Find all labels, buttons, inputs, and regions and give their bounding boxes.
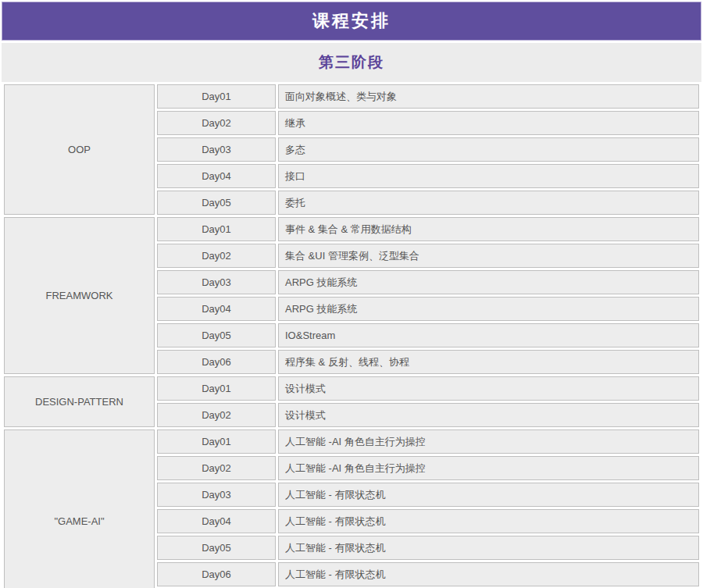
topic-cell: 接口 — [278, 164, 699, 188]
topic-cell: 程序集 & 反射、线程、协程 — [278, 350, 699, 374]
day-cell: Day03 — [157, 483, 276, 507]
topic-cell: 集合 &UI 管理案例、泛型集合 — [278, 244, 699, 268]
topic-cell: 人工智能 - 有限状态机 — [278, 509, 699, 533]
course-schedule-page: 课程安排 第三阶段 OOPDay01面向对象概述、类与对象Day02继承Day0… — [0, 0, 703, 588]
topic-cell: 人工智能 - 有限状态机 — [278, 483, 699, 507]
day-cell: Day02 — [157, 403, 276, 427]
table-row: DESIGN-PATTERNDay01设计模式 — [4, 376, 699, 401]
day-cell: Day05 — [157, 323, 276, 347]
day-cell: Day06 — [157, 562, 276, 586]
day-cell: Day02 — [157, 244, 276, 268]
topic-cell: ARPG 技能系统 — [278, 297, 699, 321]
topic-cell: 人工智能 - 有限状态机 — [278, 562, 699, 586]
topic-cell: ARPG 技能系统 — [278, 270, 699, 294]
day-cell: Day01 — [157, 429, 276, 454]
day-cell: Day02 — [157, 456, 276, 480]
day-cell: Day01 — [157, 84, 276, 109]
category-cell: FREAMWORK — [4, 217, 155, 374]
page-title: 课程安排 — [312, 9, 391, 33]
category-cell: OOP — [4, 84, 155, 215]
day-cell: Day03 — [157, 137, 276, 162]
day-cell: Day01 — [157, 217, 276, 241]
topic-cell: 多态 — [278, 137, 699, 162]
day-cell: Day05 — [157, 191, 276, 215]
topic-cell: 人工智能 - 有限状态机 — [278, 536, 699, 560]
topic-cell: 事件 & 集合 & 常用数据结构 — [278, 217, 699, 241]
topic-cell: 继承 — [278, 111, 699, 135]
table-row: OOPDay01面向对象概述、类与对象 — [4, 84, 699, 109]
day-cell: Day04 — [157, 297, 276, 321]
day-cell: Day04 — [157, 509, 276, 533]
day-cell: Day05 — [157, 536, 276, 560]
day-cell: Day03 — [157, 270, 276, 294]
page-header-band: 课程安排 — [2, 2, 701, 41]
table-row: "GAME-AI"Day01人工智能 -AI 角色自主行为操控 — [4, 429, 699, 454]
day-cell: Day01 — [157, 376, 276, 401]
course-table: OOPDay01面向对象概述、类与对象Day02继承Day03多态Day04接口… — [2, 82, 701, 588]
topic-cell: 设计模式 — [278, 376, 699, 401]
category-cell: "GAME-AI" — [4, 429, 155, 588]
topic-cell: 人工智能 -AI 角色自主行为操控 — [278, 456, 699, 480]
topic-cell: 委托 — [278, 191, 699, 215]
topic-cell: IO&Stream — [278, 323, 699, 347]
topic-cell: 人工智能 -AI 角色自主行为操控 — [278, 429, 699, 454]
course-table-body: OOPDay01面向对象概述、类与对象Day02继承Day03多态Day04接口… — [4, 84, 699, 588]
topic-cell: 面向对象概述、类与对象 — [278, 84, 699, 109]
category-cell: DESIGN-PATTERN — [4, 376, 155, 427]
day-cell: Day06 — [157, 350, 276, 374]
stage-header-band: 第三阶段 — [2, 43, 701, 82]
day-cell: Day04 — [157, 164, 276, 188]
table-row: FREAMWORKDay01事件 & 集合 & 常用数据结构 — [4, 217, 699, 241]
stage-title: 第三阶段 — [319, 52, 384, 73]
day-cell: Day02 — [157, 111, 276, 135]
topic-cell: 设计模式 — [278, 403, 699, 427]
